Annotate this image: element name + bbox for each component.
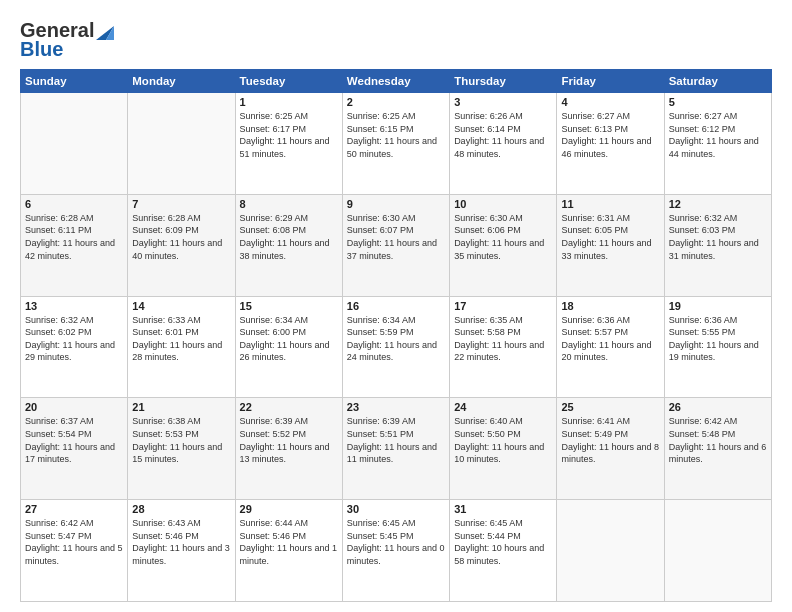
- calendar-cell: 10Sunrise: 6:30 AM Sunset: 6:06 PM Dayli…: [450, 194, 557, 296]
- day-number: 6: [25, 198, 123, 210]
- day-number: 20: [25, 401, 123, 413]
- day-number: 5: [669, 96, 767, 108]
- day-number: 2: [347, 96, 445, 108]
- day-info: Sunrise: 6:28 AM Sunset: 6:09 PM Dayligh…: [132, 212, 230, 262]
- day-info: Sunrise: 6:36 AM Sunset: 5:55 PM Dayligh…: [669, 314, 767, 364]
- day-info: Sunrise: 6:34 AM Sunset: 5:59 PM Dayligh…: [347, 314, 445, 364]
- day-info: Sunrise: 6:38 AM Sunset: 5:53 PM Dayligh…: [132, 415, 230, 465]
- day-info: Sunrise: 6:30 AM Sunset: 6:07 PM Dayligh…: [347, 212, 445, 262]
- day-number: 11: [561, 198, 659, 210]
- calendar-cell: 20Sunrise: 6:37 AM Sunset: 5:54 PM Dayli…: [21, 398, 128, 500]
- calendar-week-3: 13Sunrise: 6:32 AM Sunset: 6:02 PM Dayli…: [21, 296, 772, 398]
- day-number: 1: [240, 96, 338, 108]
- calendar-cell: 17Sunrise: 6:35 AM Sunset: 5:58 PM Dayli…: [450, 296, 557, 398]
- header: General Blue: [20, 18, 772, 61]
- day-number: 22: [240, 401, 338, 413]
- day-number: 3: [454, 96, 552, 108]
- day-number: 31: [454, 503, 552, 515]
- logo-blue: Blue: [20, 38, 63, 61]
- day-number: 18: [561, 300, 659, 312]
- col-header-monday: Monday: [128, 70, 235, 93]
- day-info: Sunrise: 6:40 AM Sunset: 5:50 PM Dayligh…: [454, 415, 552, 465]
- calendar-cell: 18Sunrise: 6:36 AM Sunset: 5:57 PM Dayli…: [557, 296, 664, 398]
- day-info: Sunrise: 6:27 AM Sunset: 6:12 PM Dayligh…: [669, 110, 767, 160]
- day-info: Sunrise: 6:28 AM Sunset: 6:11 PM Dayligh…: [25, 212, 123, 262]
- col-header-saturday: Saturday: [664, 70, 771, 93]
- calendar-cell: [664, 500, 771, 602]
- calendar-cell: 16Sunrise: 6:34 AM Sunset: 5:59 PM Dayli…: [342, 296, 449, 398]
- day-info: Sunrise: 6:35 AM Sunset: 5:58 PM Dayligh…: [454, 314, 552, 364]
- calendar-cell: 21Sunrise: 6:38 AM Sunset: 5:53 PM Dayli…: [128, 398, 235, 500]
- day-info: Sunrise: 6:45 AM Sunset: 5:45 PM Dayligh…: [347, 517, 445, 567]
- day-number: 14: [132, 300, 230, 312]
- calendar-cell: 11Sunrise: 6:31 AM Sunset: 6:05 PM Dayli…: [557, 194, 664, 296]
- col-header-wednesday: Wednesday: [342, 70, 449, 93]
- calendar-cell: [557, 500, 664, 602]
- day-number: 7: [132, 198, 230, 210]
- calendar-cell: [128, 93, 235, 195]
- day-info: Sunrise: 6:43 AM Sunset: 5:46 PM Dayligh…: [132, 517, 230, 567]
- calendar-cell: 13Sunrise: 6:32 AM Sunset: 6:02 PM Dayli…: [21, 296, 128, 398]
- col-header-tuesday: Tuesday: [235, 70, 342, 93]
- calendar-cell: 6Sunrise: 6:28 AM Sunset: 6:11 PM Daylig…: [21, 194, 128, 296]
- calendar-cell: 9Sunrise: 6:30 AM Sunset: 6:07 PM Daylig…: [342, 194, 449, 296]
- calendar: SundayMondayTuesdayWednesdayThursdayFrid…: [20, 69, 772, 602]
- logo-bird-icon: [96, 18, 114, 40]
- calendar-cell: [21, 93, 128, 195]
- calendar-cell: 15Sunrise: 6:34 AM Sunset: 6:00 PM Dayli…: [235, 296, 342, 398]
- col-header-thursday: Thursday: [450, 70, 557, 93]
- calendar-header-row: SundayMondayTuesdayWednesdayThursdayFrid…: [21, 70, 772, 93]
- day-number: 23: [347, 401, 445, 413]
- day-number: 4: [561, 96, 659, 108]
- logo: General Blue: [20, 18, 114, 61]
- calendar-week-2: 6Sunrise: 6:28 AM Sunset: 6:11 PM Daylig…: [21, 194, 772, 296]
- col-header-sunday: Sunday: [21, 70, 128, 93]
- calendar-cell: 22Sunrise: 6:39 AM Sunset: 5:52 PM Dayli…: [235, 398, 342, 500]
- calendar-cell: 3Sunrise: 6:26 AM Sunset: 6:14 PM Daylig…: [450, 93, 557, 195]
- day-info: Sunrise: 6:26 AM Sunset: 6:14 PM Dayligh…: [454, 110, 552, 160]
- calendar-cell: 7Sunrise: 6:28 AM Sunset: 6:09 PM Daylig…: [128, 194, 235, 296]
- day-info: Sunrise: 6:45 AM Sunset: 5:44 PM Dayligh…: [454, 517, 552, 567]
- calendar-cell: 31Sunrise: 6:45 AM Sunset: 5:44 PM Dayli…: [450, 500, 557, 602]
- calendar-cell: 14Sunrise: 6:33 AM Sunset: 6:01 PM Dayli…: [128, 296, 235, 398]
- day-info: Sunrise: 6:36 AM Sunset: 5:57 PM Dayligh…: [561, 314, 659, 364]
- day-number: 27: [25, 503, 123, 515]
- day-number: 26: [669, 401, 767, 413]
- calendar-cell: 30Sunrise: 6:45 AM Sunset: 5:45 PM Dayli…: [342, 500, 449, 602]
- calendar-cell: 5Sunrise: 6:27 AM Sunset: 6:12 PM Daylig…: [664, 93, 771, 195]
- day-info: Sunrise: 6:29 AM Sunset: 6:08 PM Dayligh…: [240, 212, 338, 262]
- day-info: Sunrise: 6:31 AM Sunset: 6:05 PM Dayligh…: [561, 212, 659, 262]
- day-info: Sunrise: 6:44 AM Sunset: 5:46 PM Dayligh…: [240, 517, 338, 567]
- day-number: 9: [347, 198, 445, 210]
- day-number: 8: [240, 198, 338, 210]
- day-number: 15: [240, 300, 338, 312]
- day-number: 19: [669, 300, 767, 312]
- day-number: 29: [240, 503, 338, 515]
- day-number: 30: [347, 503, 445, 515]
- day-info: Sunrise: 6:25 AM Sunset: 6:15 PM Dayligh…: [347, 110, 445, 160]
- day-number: 12: [669, 198, 767, 210]
- day-info: Sunrise: 6:37 AM Sunset: 5:54 PM Dayligh…: [25, 415, 123, 465]
- day-number: 28: [132, 503, 230, 515]
- calendar-week-5: 27Sunrise: 6:42 AM Sunset: 5:47 PM Dayli…: [21, 500, 772, 602]
- day-info: Sunrise: 6:33 AM Sunset: 6:01 PM Dayligh…: [132, 314, 230, 364]
- calendar-cell: 12Sunrise: 6:32 AM Sunset: 6:03 PM Dayli…: [664, 194, 771, 296]
- col-header-friday: Friday: [557, 70, 664, 93]
- page: General Blue SundayMondayTuesdayWednesda…: [0, 0, 792, 612]
- calendar-cell: 8Sunrise: 6:29 AM Sunset: 6:08 PM Daylig…: [235, 194, 342, 296]
- calendar-cell: 27Sunrise: 6:42 AM Sunset: 5:47 PM Dayli…: [21, 500, 128, 602]
- day-info: Sunrise: 6:32 AM Sunset: 6:02 PM Dayligh…: [25, 314, 123, 364]
- day-info: Sunrise: 6:41 AM Sunset: 5:49 PM Dayligh…: [561, 415, 659, 465]
- day-number: 21: [132, 401, 230, 413]
- day-info: Sunrise: 6:42 AM Sunset: 5:48 PM Dayligh…: [669, 415, 767, 465]
- calendar-cell: 25Sunrise: 6:41 AM Sunset: 5:49 PM Dayli…: [557, 398, 664, 500]
- day-number: 24: [454, 401, 552, 413]
- day-number: 25: [561, 401, 659, 413]
- calendar-cell: 29Sunrise: 6:44 AM Sunset: 5:46 PM Dayli…: [235, 500, 342, 602]
- calendar-cell: 24Sunrise: 6:40 AM Sunset: 5:50 PM Dayli…: [450, 398, 557, 500]
- day-info: Sunrise: 6:27 AM Sunset: 6:13 PM Dayligh…: [561, 110, 659, 160]
- calendar-cell: 4Sunrise: 6:27 AM Sunset: 6:13 PM Daylig…: [557, 93, 664, 195]
- calendar-cell: 1Sunrise: 6:25 AM Sunset: 6:17 PM Daylig…: [235, 93, 342, 195]
- calendar-cell: 26Sunrise: 6:42 AM Sunset: 5:48 PM Dayli…: [664, 398, 771, 500]
- day-info: Sunrise: 6:39 AM Sunset: 5:51 PM Dayligh…: [347, 415, 445, 465]
